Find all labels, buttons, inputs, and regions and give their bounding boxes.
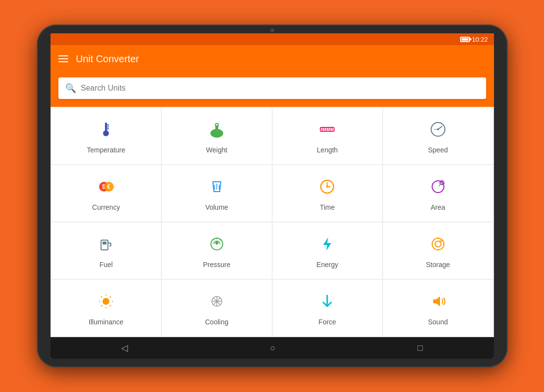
- pressure-icon: [208, 235, 226, 256]
- temperature-icon: [97, 121, 115, 141]
- pressure-label: Pressure: [203, 261, 231, 269]
- grid-item-fuel[interactable]: Fuel: [52, 222, 161, 279]
- grid-container: TemperatureWeightLengthSpeed$€CurrencyVo…: [51, 107, 494, 337]
- status-time: 10:22: [460, 36, 488, 43]
- grid-item-weight[interactable]: Weight: [162, 108, 272, 164]
- cool-icon: [208, 293, 226, 313]
- fuel-label: Fuel: [100, 261, 113, 269]
- camera: [270, 28, 274, 32]
- grid-item-download[interactable]: Force: [273, 280, 383, 336]
- grid-item-currency[interactable]: $€Currency: [52, 165, 161, 221]
- grid-item-pressure[interactable]: Pressure: [162, 222, 272, 279]
- grid-item-speed[interactable]: Speed: [383, 108, 493, 164]
- svg-rect-35: [103, 242, 106, 245]
- grid-item-time[interactable]: Time: [273, 165, 383, 221]
- battery-icon: [460, 37, 470, 42]
- svg-line-57: [101, 296, 102, 297]
- grid-item-energy[interactable]: Energy: [273, 222, 383, 279]
- svg-point-29: [326, 186, 328, 188]
- search-icon: 🔍: [65, 83, 76, 94]
- energy-icon: [318, 235, 336, 256]
- download-label: Force: [318, 318, 336, 326]
- svg-marker-68: [433, 296, 440, 306]
- grid-item-temperature[interactable]: Temperature: [52, 108, 161, 164]
- currency-label: Currency: [92, 203, 120, 211]
- hamburger-line-1: [58, 55, 68, 56]
- time-label: Time: [320, 203, 335, 211]
- volume-label: Volume: [205, 203, 228, 211]
- time-display: 10:22: [472, 36, 488, 43]
- svg-point-47: [440, 240, 442, 243]
- svg-point-5: [210, 129, 223, 138]
- length-icon: [318, 121, 336, 141]
- tablet-device: 10:22 Unit Converter 🔍 TemperatureWeight…: [37, 24, 508, 368]
- volume-icon: [208, 178, 226, 198]
- grid-item-sound[interactable]: Sound: [383, 280, 493, 336]
- sound-icon: [429, 293, 447, 313]
- weight-icon: [208, 121, 226, 141]
- illuminance-label: Illuminance: [89, 318, 124, 326]
- hamburger-line-2: [58, 58, 68, 59]
- temperature-label: Temperature: [87, 146, 126, 154]
- svg-line-58: [110, 296, 111, 297]
- weight-label: Weight: [206, 146, 227, 154]
- grid-item-length[interactable]: Length: [273, 108, 383, 164]
- svg-point-32: [441, 182, 442, 183]
- svg-point-7: [215, 123, 218, 126]
- status-bar: 10:22: [51, 33, 494, 45]
- grid-item-area[interactable]: Area: [383, 165, 493, 221]
- speed-label: Speed: [428, 146, 448, 154]
- illuminance-icon: [97, 293, 115, 313]
- svg-text:€: €: [107, 183, 110, 190]
- svg-marker-44: [323, 237, 331, 251]
- svg-point-45: [432, 238, 444, 250]
- energy-label: Energy: [316, 261, 338, 269]
- area-label: Area: [431, 203, 445, 211]
- search-bar[interactable]: 🔍: [58, 77, 486, 99]
- navigation-bar: ◁ ○ □: [51, 337, 494, 359]
- grid-item-illuminance[interactable]: Illuminance: [52, 280, 161, 336]
- svg-line-59: [101, 305, 102, 306]
- svg-point-52: [103, 298, 109, 305]
- currency-icon: $€: [97, 178, 115, 198]
- sound-label: Sound: [428, 318, 448, 326]
- search-input[interactable]: [81, 84, 479, 93]
- svg-line-42: [220, 239, 221, 240]
- svg-line-17: [438, 126, 442, 129]
- length-label: Length: [317, 146, 338, 154]
- time-icon: [318, 178, 336, 198]
- svg-point-1: [103, 130, 109, 136]
- home-button[interactable]: ○: [260, 339, 285, 357]
- svg-line-60: [110, 305, 111, 306]
- cool-label: Cooling: [205, 318, 228, 326]
- grid-item-storage[interactable]: Storage: [383, 222, 493, 279]
- search-container: 🔍: [51, 73, 494, 107]
- back-button[interactable]: ◁: [111, 339, 138, 357]
- svg-point-66: [216, 300, 218, 302]
- storage-label: Storage: [426, 261, 450, 269]
- tablet-screen: 10:22 Unit Converter 🔍 TemperatureWeight…: [51, 33, 494, 359]
- grid-item-volume[interactable]: Volume: [162, 165, 272, 221]
- speed-icon: [429, 121, 447, 141]
- fuel-icon: [97, 235, 115, 256]
- hamburger-line-3: [58, 61, 68, 62]
- grid-item-cool[interactable]: Cooling: [162, 280, 272, 336]
- area-icon: [429, 178, 447, 198]
- storage-icon: [429, 235, 447, 256]
- svg-rect-0: [105, 122, 107, 131]
- recent-button[interactable]: □: [408, 339, 433, 357]
- download-icon: [318, 293, 336, 313]
- menu-button[interactable]: [58, 55, 68, 62]
- svg-point-40: [215, 242, 218, 245]
- svg-line-43: [213, 239, 214, 240]
- app-bar: Unit Converter: [51, 45, 494, 73]
- app-title: Unit Converter: [76, 53, 139, 65]
- svg-line-33: [439, 185, 440, 186]
